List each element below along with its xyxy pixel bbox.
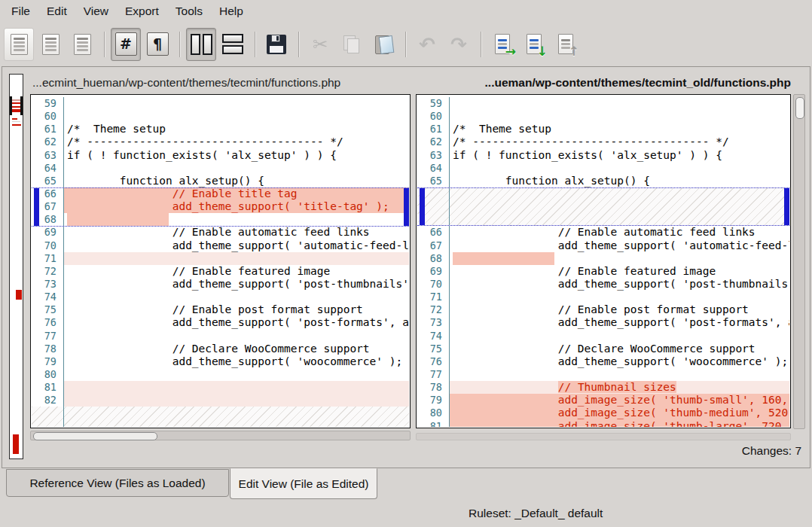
code-text: add_theme_support( 'post-formats', array… (64, 316, 409, 329)
left-horizontal-scrollbar-thumb[interactable] (33, 432, 157, 440)
code-line[interactable]: 61/* Theme setup (417, 123, 789, 136)
menu-edit[interactable]: Edit (38, 2, 75, 21)
line-numbers-toggle[interactable]: # (111, 28, 141, 61)
pilcrow-icon: ¶ (147, 32, 169, 56)
code-line[interactable]: 77 (417, 368, 789, 381)
code-line[interactable]: 67 add_theme_support( 'automatic-feed-li… (417, 239, 789, 252)
left-horizontal-scrollbar[interactable] (30, 431, 411, 440)
tab-edit-view[interactable]: Edit View (File as Edited) (230, 468, 377, 499)
menu-tools[interactable]: Tools (167, 2, 211, 21)
code-line[interactable]: 69 // Enable featured image (417, 265, 789, 278)
code-line[interactable]: 77 (32, 330, 409, 343)
code-line[interactable]: 73 add_theme_support( 'post-thumbnails' … (32, 278, 409, 291)
line-number: 65 (417, 175, 450, 187)
code-text (64, 213, 409, 226)
code-line[interactable]: 81 (32, 381, 409, 394)
code-line[interactable]: 63if ( ! function_exists( 'alx_setup' ) … (32, 149, 409, 162)
code-line[interactable]: 61/* Theme setup (32, 123, 409, 136)
document-full-button[interactable] (35, 28, 66, 61)
right-horizontal-scrollbar[interactable] (416, 433, 791, 440)
code-line[interactable]: 72 // Enable post format support (417, 303, 789, 316)
overview-map[interactable] (9, 74, 23, 459)
line-number: 62 (417, 136, 450, 148)
left-diff-pane[interactable]: 596061/* Theme setup62/* ---------------… (30, 94, 411, 428)
vertical-scrollbar-thumb[interactable] (795, 97, 804, 119)
line-number: 72 (32, 265, 64, 278)
merge-down-button[interactable]: ↓ (519, 28, 549, 61)
code-line[interactable]: 62/* -----------------------------------… (417, 136, 789, 148)
line-number: 77 (32, 330, 64, 343)
line-number: 67 (32, 200, 64, 213)
tab-reference-view[interactable]: Reference View (Files as Loaded) (6, 469, 229, 497)
right-diff-pane[interactable]: 596061/* Theme setup62/* ---------------… (416, 94, 791, 428)
code-line[interactable]: 65 function alx_setup() { (32, 175, 409, 187)
menu-export[interactable]: Export (117, 2, 167, 21)
code-line[interactable]: 82 (32, 394, 409, 407)
code-text (64, 330, 409, 343)
line-number: 65 (32, 175, 64, 187)
code-line[interactable]: 60 (417, 110, 789, 123)
vertical-split-icon (191, 34, 212, 55)
code-text (64, 394, 409, 407)
merge-right-button[interactable]: → (487, 28, 517, 61)
code-line[interactable]: 66 // Enable automatic feed links (417, 226, 789, 239)
code-text: if ( ! function_exists( 'alx_setup' ) ) … (450, 149, 789, 162)
code-line[interactable]: 59 (417, 97, 789, 110)
horizontal-split-toggle[interactable] (218, 28, 248, 61)
menu-view[interactable]: View (75, 2, 117, 21)
code-line[interactable]: 60 (32, 110, 409, 123)
code-line[interactable]: 68 (32, 213, 409, 226)
code-line[interactable]: 70 add_theme_support( 'automatic-feed-li… (32, 239, 409, 252)
undo-arrow-icon: ↶ (419, 35, 435, 54)
toolbar-separator (481, 32, 482, 57)
save-button[interactable] (261, 28, 292, 61)
overview-change-mark (12, 106, 20, 108)
code-line[interactable]: 80 add_image_size( 'thumb-medium', 520, … (417, 407, 789, 419)
toolbar: #¶✂↶↷→↓↑ (0, 23, 812, 65)
code-line[interactable]: 76 add_theme_support( 'post-formats', ar… (32, 316, 409, 329)
code-line[interactable]: 76 add_theme_support( 'woocommerce' ); (417, 355, 789, 368)
code-line[interactable]: 71 (32, 252, 409, 265)
code-line[interactable]: 66 // Enable title tag (32, 187, 409, 200)
code-line[interactable]: 59 (32, 97, 409, 110)
code-line[interactable]: 68 (417, 252, 789, 265)
code-line[interactable]: 71 (417, 291, 789, 303)
arrow-up-icon: ↑ (569, 45, 579, 58)
menu-file[interactable]: File (3, 2, 38, 21)
code-text: // Enable automatic feed links (64, 226, 409, 239)
code-line[interactable]: 70 add_theme_support( 'post-thumbnails' … (417, 278, 789, 291)
code-line[interactable]: 79 add_theme_support( 'woocommerce' ); (32, 355, 409, 368)
code-line[interactable]: 75 // Enable post format support (32, 303, 409, 316)
line-number: 61 (32, 123, 64, 136)
code-text: // Declare WooCommerce support (450, 343, 789, 355)
code-line[interactable]: 75 // Declare WooCommerce support (417, 343, 789, 355)
code-line[interactable]: 62/* -----------------------------------… (32, 136, 409, 148)
code-line[interactable]: 80 (32, 368, 409, 381)
code-line[interactable]: 73 add_theme_support( 'post-formats', ar… (417, 316, 789, 329)
paragraph-marks-toggle[interactable]: ¶ (142, 28, 172, 61)
code-line[interactable]: 72 // Enable featured image (32, 265, 409, 278)
code-line[interactable]: 69 // Enable automatic feed links (32, 226, 409, 239)
collapsed-gap-block[interactable] (417, 187, 789, 226)
redo-arrow-icon: ↷ (450, 35, 467, 54)
line-number: 74 (417, 330, 450, 343)
code-line[interactable]: 81 add_image_size( 'thumb-large', 720, 3… (417, 420, 789, 427)
vertical-scrollbar[interactable] (793, 94, 805, 429)
code-line[interactable]: 78 // Thumbnail sizes (417, 381, 789, 394)
document-compact-button[interactable] (4, 28, 34, 61)
code-line[interactable]: 79 add_image_size( 'thumb-small', 160, 1… (417, 394, 789, 407)
menu-help[interactable]: Help (211, 2, 252, 21)
document-summary-button[interactable] (67, 28, 97, 61)
vertical-split-toggle[interactable] (186, 28, 216, 61)
paste-button[interactable] (368, 28, 398, 61)
code-line[interactable]: 74 (32, 291, 409, 303)
code-line[interactable]: 67 add_theme_support( 'title-tag' ); (32, 200, 409, 213)
line-number: 82 (32, 394, 64, 407)
code-line[interactable]: 64 (417, 162, 789, 175)
code-line[interactable]: 63if ( ! function_exists( 'alx_setup' ) … (417, 149, 789, 162)
toolbar-separator (255, 32, 256, 57)
code-line[interactable]: 78 // Declare WooCommerce support (32, 343, 409, 355)
code-line[interactable]: 64 (32, 162, 409, 175)
code-line[interactable]: 74 (417, 330, 789, 343)
code-line[interactable]: 65 function alx_setup() { (417, 175, 789, 187)
